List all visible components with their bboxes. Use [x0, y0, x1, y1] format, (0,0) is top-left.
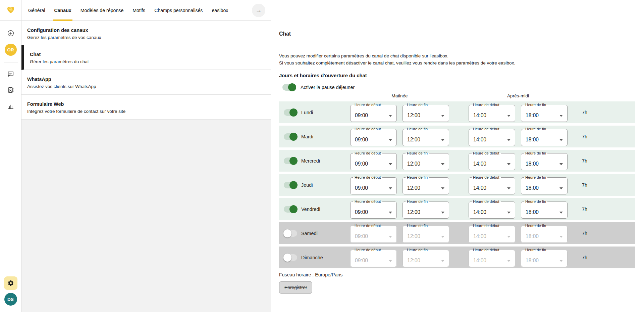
- tab-canaux[interactable]: Canaux: [54, 0, 71, 20]
- day-label: Vendredi: [301, 207, 350, 212]
- morning-end-select[interactable]: Heure de fin12:00: [402, 127, 449, 146]
- afternoon-start-select[interactable]: Heure de début14:00: [469, 151, 515, 170]
- schedule-row-jeudi: Jeudi Heure de début09:00 Heure de fin12…: [279, 174, 635, 196]
- bar-chart-icon: [7, 102, 14, 110]
- channel-subtitle: Intégrez votre formulaire de contact sur…: [27, 109, 265, 114]
- afternoon-start-select[interactable]: Heure de début14:00: [469, 199, 515, 219]
- morning-start-select[interactable]: Heure de début09:00: [350, 103, 397, 122]
- statistics-nav-button[interactable]: [7, 102, 15, 110]
- select-label: Heure de fin: [524, 248, 547, 252]
- chat-bubble-icon: [7, 70, 14, 78]
- afternoon-end-select[interactable]: Heure de fin18:00: [521, 127, 568, 146]
- morning-end-select[interactable]: Heure de fin12:00: [402, 175, 449, 194]
- channel-title: WhatsApp: [27, 77, 265, 82]
- schedule-row-lundi: Lundi Heure de début09:00 Heure de fin12…: [279, 101, 635, 123]
- user-avatar[interactable]: DS: [4, 293, 17, 306]
- channel-item-whatsapp[interactable]: WhatsApp Assistez vos clients sur WhatsA…: [21, 70, 271, 95]
- schedule-row-samedi: Samedi Heure de début09:00 Heure de fin1…: [279, 222, 635, 244]
- afternoon-end-select[interactable]: Heure de fin18:00: [521, 175, 568, 194]
- daily-hours-total: 7h: [582, 255, 587, 260]
- gear-icon: [7, 280, 14, 286]
- afternoon-start-select[interactable]: Heure de début14:00: [469, 248, 515, 267]
- contacts-nav-button[interactable]: [7, 86, 15, 94]
- schedule-row-vendredi: Vendredi Heure de début09:00 Heure de fi…: [279, 198, 635, 220]
- channel-item-chat[interactable]: Chat Gérer les paramètres du chat: [21, 45, 271, 70]
- afternoon-start-select[interactable]: Heure de début14:00: [469, 224, 515, 243]
- panel-header: Configuration des canaux Gérez les param…: [21, 21, 271, 45]
- day-toggle[interactable]: [284, 206, 297, 213]
- morning-end-select[interactable]: Heure de fin12:00: [402, 151, 449, 170]
- morning-end-select[interactable]: Heure de fin12:00: [402, 103, 449, 122]
- daily-hours-total: 7h: [582, 134, 587, 139]
- afternoon-end-select[interactable]: Heure de fin18:00: [521, 151, 568, 170]
- morning-start-select[interactable]: Heure de début09:00: [350, 151, 397, 170]
- forward-arrow-button[interactable]: →: [252, 4, 265, 17]
- period-column-headers: Matinée Après-midi: [350, 93, 635, 98]
- select-label: Heure de début: [472, 103, 501, 107]
- chevron-down-icon: [507, 260, 511, 262]
- opening-hours-section-title: Jours et horaires d'ouverture du chat: [279, 73, 635, 78]
- workspace-avatar[interactable]: OR: [5, 44, 17, 56]
- morning-start-select[interactable]: Heure de début09:00: [350, 199, 397, 219]
- select-label: Heure de fin: [524, 103, 547, 107]
- morning-end-select[interactable]: Heure de fin12:00: [402, 224, 449, 243]
- settings-nav-button[interactable]: [4, 276, 17, 290]
- channel-item-web-form[interactable]: Formulaire Web Intégrez votre formulaire…: [21, 95, 271, 120]
- day-toggle[interactable]: [284, 109, 297, 116]
- tab-easibox[interactable]: easibox: [212, 0, 228, 20]
- chevron-down-icon: [441, 187, 444, 189]
- morning-start-select[interactable]: Heure de début09:00: [350, 175, 397, 194]
- schedule-row-mardi: Mardi Heure de début09:00 Heure de fin12…: [279, 126, 635, 147]
- select-label: Heure de fin: [406, 224, 429, 228]
- schedule-row-dimanche: Dimanche Heure de début09:00 Heure de fi…: [279, 247, 635, 268]
- tab-motifs[interactable]: Motifs: [132, 0, 145, 20]
- chevron-down-icon: [559, 163, 563, 165]
- select-label: Heure de début: [472, 127, 501, 131]
- afternoon-end-select[interactable]: Heure de fin18:00: [521, 248, 568, 267]
- chevron-down-icon: [389, 187, 392, 189]
- afternoon-end-select[interactable]: Heure de fin18:00: [521, 224, 568, 243]
- lunch-break-toggle[interactable]: [282, 84, 296, 91]
- channel-title: Formulaire Web: [27, 101, 265, 107]
- afternoon-start-select[interactable]: Heure de début14:00: [469, 103, 515, 122]
- conversations-nav-button[interactable]: [7, 70, 15, 78]
- select-label: Heure de fin: [406, 248, 429, 252]
- day-toggle[interactable]: [284, 254, 297, 261]
- settings-tabs: Général Canaux Modèles de réponse Motifs…: [28, 0, 228, 20]
- day-toggle[interactable]: [284, 182, 297, 188]
- plus-circle-icon: [7, 30, 14, 37]
- morning-start-select[interactable]: Heure de début09:00: [350, 127, 397, 146]
- add-button[interactable]: [7, 29, 15, 37]
- morning-column-header: Matinée: [350, 93, 449, 98]
- day-toggle[interactable]: [284, 133, 297, 140]
- top-navigation-bar: Général Canaux Modèles de réponse Motifs…: [0, 0, 271, 21]
- day-toggle[interactable]: [284, 230, 297, 237]
- main-header: Chat: [271, 0, 644, 47]
- day-label: Mardi: [301, 134, 350, 139]
- afternoon-start-select[interactable]: Heure de début14:00: [469, 127, 515, 146]
- tab-modeles-de-reponse[interactable]: Modèles de réponse: [80, 0, 124, 20]
- daily-hours-total: 7h: [582, 158, 587, 164]
- morning-start-select[interactable]: Heure de début09:00: [350, 248, 397, 267]
- page-title: Chat: [279, 31, 636, 37]
- morning-start-select[interactable]: Heure de début09:00: [350, 224, 397, 243]
- select-label: Heure de fin: [406, 127, 429, 131]
- tab-champs-personnalises[interactable]: Champs personnalisés: [154, 0, 203, 20]
- day-toggle[interactable]: [284, 158, 297, 164]
- morning-end-select[interactable]: Heure de fin12:00: [402, 248, 449, 267]
- day-label: Jeudi: [301, 182, 350, 188]
- select-label: Heure de début: [353, 199, 382, 204]
- select-label: Heure de fin: [406, 175, 429, 180]
- morning-end-select[interactable]: Heure de fin12:00: [402, 199, 449, 219]
- save-button[interactable]: Enregistrer: [279, 281, 312, 294]
- afternoon-end-select[interactable]: Heure de fin18:00: [521, 199, 568, 219]
- select-label: Heure de début: [353, 127, 382, 131]
- afternoon-end-select[interactable]: Heure de fin18:00: [521, 103, 568, 122]
- tab-general[interactable]: Général: [28, 0, 45, 20]
- opening-hours-schedule: Lundi Heure de début09:00 Heure de fin12…: [279, 101, 635, 268]
- daily-hours-total: 7h: [582, 182, 587, 188]
- daily-hours-total: 7h: [582, 207, 587, 212]
- select-label: Heure de début: [472, 175, 501, 180]
- chevron-down-icon: [559, 236, 563, 238]
- afternoon-start-select[interactable]: Heure de début14:00: [469, 175, 515, 194]
